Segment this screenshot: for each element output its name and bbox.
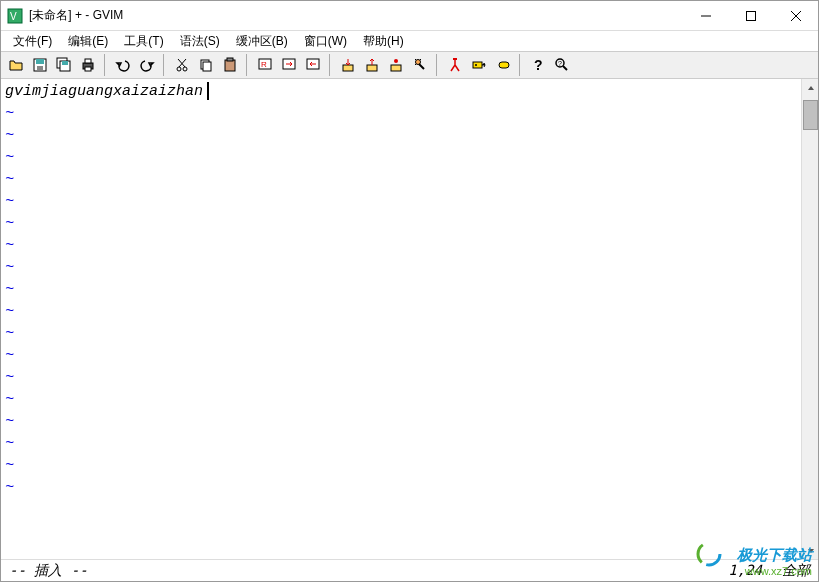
menu-tools[interactable]: 工具(T) <box>116 31 171 52</box>
window-title: [未命名] + - GVIM <box>29 7 123 24</box>
svg-text:V: V <box>10 11 17 22</box>
save-icon[interactable] <box>29 54 51 76</box>
menu-help[interactable]: 帮助(H) <box>355 31 412 52</box>
empty-line-tilde: ~ <box>5 213 797 235</box>
menu-buffers[interactable]: 缓冲区(B) <box>228 31 296 52</box>
svg-rect-21 <box>225 60 235 71</box>
menu-edit[interactable]: 编辑(E) <box>60 31 116 52</box>
svg-rect-22 <box>227 58 233 61</box>
empty-line-tilde: ~ <box>5 103 797 125</box>
toolbar-separator <box>329 54 335 76</box>
text-line: gvimjiaguangxaizaizhan <box>5 81 797 103</box>
svg-line-18 <box>178 59 185 67</box>
empty-line-tilde: ~ <box>5 235 797 257</box>
svg-point-30 <box>394 59 398 63</box>
undo-icon[interactable] <box>112 54 134 76</box>
svg-rect-35 <box>499 62 509 68</box>
status-position: 1,24 <box>728 562 762 580</box>
empty-line-tilde: ~ <box>5 125 797 147</box>
paste-icon[interactable] <box>219 54 241 76</box>
toolbar-separator <box>436 54 442 76</box>
empty-line-tilde: ~ <box>5 279 797 301</box>
menubar: 文件(F) 编辑(E) 工具(T) 语法(S) 缓冲区(B) 窗口(W) 帮助(… <box>1 31 818 51</box>
window-controls <box>683 1 818 30</box>
svg-rect-13 <box>85 59 91 63</box>
svg-rect-8 <box>37 66 43 70</box>
text-cursor <box>207 82 209 100</box>
toolbar-separator <box>519 54 525 76</box>
titlebar: V [未命名] + - GVIM <box>1 1 818 31</box>
empty-line-tilde: ~ <box>5 301 797 323</box>
svg-line-17 <box>179 59 186 67</box>
empty-line-tilde: ~ <box>5 257 797 279</box>
open-icon[interactable] <box>5 54 27 76</box>
svg-rect-7 <box>36 59 44 64</box>
svg-rect-3 <box>746 11 755 20</box>
status-mode: -- 插入 -- <box>9 562 88 580</box>
watermark-logo-icon <box>695 540 723 571</box>
findhelp-icon[interactable]: ? <box>551 54 573 76</box>
tagjump-icon[interactable] <box>468 54 490 76</box>
empty-line-tilde: ~ <box>5 389 797 411</box>
svg-point-15 <box>177 67 181 71</box>
svg-rect-32 <box>453 58 457 60</box>
scroll-up-icon[interactable] <box>803 79 818 96</box>
scroll-thumb[interactable] <box>803 100 818 130</box>
empty-line-tilde: ~ <box>5 345 797 367</box>
text-area[interactable]: gvimjiaguangxaizaizhan ~~~~~~~~~~~~~~~~~… <box>1 79 801 559</box>
empty-line-tilde: ~ <box>5 433 797 455</box>
tagback-icon[interactable] <box>492 54 514 76</box>
findnext-icon[interactable] <box>278 54 300 76</box>
svg-text:?: ? <box>558 60 562 67</box>
copy-icon[interactable] <box>195 54 217 76</box>
findprev-icon[interactable] <box>302 54 324 76</box>
redo-icon[interactable] <box>136 54 158 76</box>
menu-file[interactable]: 文件(F) <box>5 31 60 52</box>
empty-line-tilde: ~ <box>5 323 797 345</box>
svg-text:?: ? <box>534 57 543 73</box>
toolbar-separator <box>104 54 110 76</box>
replace-icon[interactable]: R <box>254 54 276 76</box>
toolbar-separator <box>246 54 252 76</box>
svg-rect-28 <box>367 65 377 71</box>
scroll-down-icon[interactable] <box>803 542 818 559</box>
help-icon[interactable]: ? <box>527 54 549 76</box>
svg-rect-14 <box>85 67 91 71</box>
runscript-icon[interactable] <box>385 54 407 76</box>
loadsession-icon[interactable] <box>337 54 359 76</box>
close-button[interactable] <box>773 1 818 30</box>
empty-line-tilde: ~ <box>5 191 797 213</box>
minimize-button[interactable] <box>683 1 728 30</box>
cut-icon[interactable] <box>171 54 193 76</box>
vertical-scrollbar[interactable] <box>801 79 818 559</box>
make-icon[interactable] <box>409 54 431 76</box>
empty-line-tilde: ~ <box>5 169 797 191</box>
svg-rect-33 <box>473 62 482 68</box>
toolbar: R ? ? <box>1 51 818 79</box>
app-icon: V <box>7 8 23 24</box>
empty-line-tilde: ~ <box>5 455 797 477</box>
status-percent: 全部 <box>782 562 810 580</box>
empty-line-tilde: ~ <box>5 147 797 169</box>
svg-line-38 <box>563 66 567 70</box>
svg-rect-27 <box>343 65 353 71</box>
maximize-button[interactable] <box>728 1 773 30</box>
toolbar-separator <box>163 54 169 76</box>
empty-line-tilde: ~ <box>5 367 797 389</box>
svg-rect-11 <box>62 61 68 65</box>
svg-point-16 <box>183 67 187 71</box>
saveall-icon[interactable] <box>53 54 75 76</box>
editor: gvimjiaguangxaizaizhan ~~~~~~~~~~~~~~~~~… <box>1 79 818 559</box>
ctags-icon[interactable] <box>444 54 466 76</box>
window: V [未命名] + - GVIM 文件(F) 编辑(E) 工具(T) 语法(S)… <box>0 0 819 582</box>
menu-window[interactable]: 窗口(W) <box>296 31 355 52</box>
empty-line-tilde: ~ <box>5 477 797 499</box>
empty-line-tilde: ~ <box>5 411 797 433</box>
svg-point-34 <box>475 64 477 66</box>
menu-syntax[interactable]: 语法(S) <box>172 31 228 52</box>
svg-rect-29 <box>391 65 401 71</box>
svg-text:R: R <box>261 60 267 69</box>
print-icon[interactable] <box>77 54 99 76</box>
svg-rect-20 <box>203 62 211 71</box>
savesession-icon[interactable] <box>361 54 383 76</box>
